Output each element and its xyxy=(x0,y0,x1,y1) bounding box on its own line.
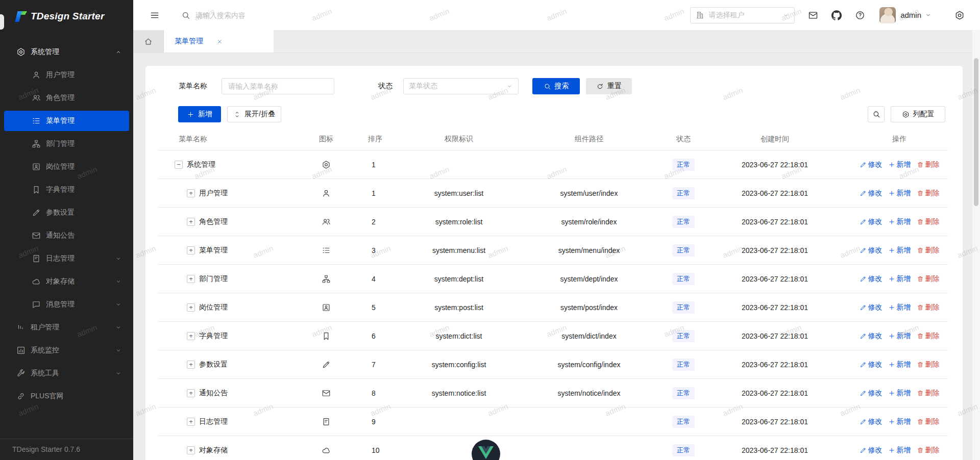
sidebar-item-系统工具[interactable]: 系统工具 xyxy=(4,363,129,384)
sidebar-item-参数设置[interactable]: 参数设置 xyxy=(4,202,129,223)
created-time-cell: 2023-06-27 22:18:01 xyxy=(699,418,851,426)
tenant-select[interactable]: 请选择租户 xyxy=(690,7,795,23)
delete-link[interactable]: 删除 xyxy=(917,246,940,255)
edit-link[interactable]: 修改 xyxy=(860,217,883,226)
delete-link[interactable]: 删除 xyxy=(917,389,940,398)
expand-row-icon[interactable]: + xyxy=(187,418,195,426)
delete-link[interactable]: 删除 xyxy=(917,217,940,226)
delete-link[interactable]: 删除 xyxy=(917,303,940,312)
delete-link[interactable]: 删除 xyxy=(917,417,940,426)
status-badge: 正常 xyxy=(672,416,695,428)
column-config-button[interactable]: 列配置 xyxy=(891,106,945,122)
add-child-link[interactable]: 新增 xyxy=(888,217,911,226)
delete-link[interactable]: 删除 xyxy=(917,360,940,369)
table-row: +部门管理4system:dept:listsystem/dept/index正… xyxy=(158,265,948,293)
tab-home[interactable] xyxy=(133,30,164,53)
user-menu[interactable]: admin xyxy=(879,7,932,23)
add-child-link[interactable]: 新增 xyxy=(888,160,911,169)
expand-row-icon[interactable]: + xyxy=(187,218,195,226)
add-child-link[interactable]: 新增 xyxy=(888,331,911,341)
edit-link[interactable]: 修改 xyxy=(860,360,883,369)
expand-row-icon[interactable]: + xyxy=(187,332,195,340)
expand-row-icon[interactable]: + xyxy=(187,389,195,397)
add-child-link[interactable]: 新增 xyxy=(888,417,911,426)
github-icon[interactable] xyxy=(831,10,842,20)
status-badge: 正常 xyxy=(672,159,695,171)
page-scrollbar[interactable] xyxy=(972,30,980,460)
edit-link[interactable]: 修改 xyxy=(860,274,883,284)
chevron-down-icon xyxy=(115,347,122,354)
add-child-link[interactable]: 新增 xyxy=(888,303,911,312)
sidebar-item-租户管理[interactable]: 租户管理 xyxy=(4,317,129,338)
add-child-link[interactable]: 新增 xyxy=(888,274,911,284)
sidebar-item-菜单管理[interactable]: 菜单管理 xyxy=(4,111,129,131)
sidebar-item-系统管理[interactable]: 系统管理 xyxy=(4,42,129,62)
add-button[interactable]: 新增 xyxy=(178,106,221,122)
sidebar-item-岗位管理[interactable]: 岗位管理 xyxy=(4,157,129,177)
expand-row-icon[interactable]: + xyxy=(187,275,195,283)
sidebar-item-消息管理[interactable]: 消息管理 xyxy=(4,294,129,315)
scrollbar-thumb[interactable] xyxy=(974,58,978,206)
permission-cell: system:notice:list xyxy=(408,389,510,397)
tab-menu-management[interactable]: 菜单管理 xyxy=(164,30,274,53)
sidebar-item-label: 部门管理 xyxy=(46,139,75,148)
delete-link[interactable]: 删除 xyxy=(917,446,940,455)
expand-row-icon[interactable]: + xyxy=(187,246,195,254)
sort-cell: 1 xyxy=(352,161,408,169)
edit-link[interactable]: 修改 xyxy=(860,303,883,312)
add-child-link[interactable]: 新增 xyxy=(888,246,911,255)
close-icon[interactable] xyxy=(216,38,223,45)
menu-name-cell: 通知公告 xyxy=(199,389,228,398)
add-child-link[interactable]: 新增 xyxy=(888,446,911,455)
sidebar-item-对象存储[interactable]: 对象存储 xyxy=(4,271,129,292)
edit-link[interactable]: 修改 xyxy=(860,246,883,255)
add-child-link[interactable]: 新增 xyxy=(888,389,911,398)
sidebar-item-角色管理[interactable]: 角色管理 xyxy=(4,88,129,108)
edit-link[interactable]: 修改 xyxy=(860,331,883,341)
menu-name-input[interactable] xyxy=(222,78,334,94)
delete-link[interactable]: 删除 xyxy=(917,160,940,169)
search-icon xyxy=(872,110,880,118)
expand-row-icon[interactable]: + xyxy=(187,446,195,454)
edit-link[interactable]: 修改 xyxy=(860,417,883,426)
sidebar-item-系统监控[interactable]: 系统监控 xyxy=(4,340,129,361)
search-button[interactable]: 搜索 xyxy=(532,78,580,94)
component-path-cell: system/dict/index xyxy=(510,332,668,340)
permission-cell: system:menu:list xyxy=(408,246,510,254)
sidebar-item-PLUS官网[interactable]: PLUS官网 xyxy=(4,386,129,406)
table-search-button[interactable] xyxy=(868,106,885,122)
edit-link[interactable]: 修改 xyxy=(860,160,883,169)
add-child-link[interactable]: 新增 xyxy=(888,189,911,198)
edit-link[interactable]: 修改 xyxy=(860,389,883,398)
menu-collapse-icon[interactable] xyxy=(150,10,160,20)
reset-button[interactable]: 重置 xyxy=(586,78,632,94)
expand-collapse-button[interactable]: 展开/折叠 xyxy=(227,106,281,122)
global-search-input[interactable] xyxy=(195,11,308,19)
sidebar-item-日志管理[interactable]: 日志管理 xyxy=(4,248,129,269)
chevron-down-icon xyxy=(115,370,122,377)
collapse-row-icon[interactable]: − xyxy=(175,161,183,169)
delete-link[interactable]: 删除 xyxy=(917,331,940,341)
settings-gear-icon[interactable] xyxy=(954,10,965,20)
sidebar-item-用户管理[interactable]: 用户管理 xyxy=(4,65,129,85)
menu-table: 菜单名称图标排序权限标识组件路径状态创建时间操作 −系统管理1正常2023-06… xyxy=(158,128,948,460)
expand-row-icon[interactable]: + xyxy=(187,361,195,369)
edit-icon xyxy=(860,361,867,368)
sidebar-item-字典管理[interactable]: 字典管理 xyxy=(4,180,129,200)
delete-link[interactable]: 删除 xyxy=(917,274,940,284)
expand-row-icon[interactable]: + xyxy=(187,303,195,312)
app-logo[interactable]: TDesign Starter xyxy=(0,0,133,33)
sidebar-item-部门管理[interactable]: 部门管理 xyxy=(4,134,129,154)
status-select[interactable]: 菜单状态 xyxy=(403,78,519,94)
edit-link[interactable]: 修改 xyxy=(860,446,883,455)
table-row: +参数设置7system:config:listsystem/config/in… xyxy=(158,350,948,379)
add-child-link[interactable]: 新增 xyxy=(888,360,911,369)
edit-icon xyxy=(860,247,867,254)
sidebar-item-label: 日志管理 xyxy=(46,254,75,263)
help-icon[interactable] xyxy=(855,10,865,20)
sidebar-item-通知公告[interactable]: 通知公告 xyxy=(4,225,129,246)
edit-link[interactable]: 修改 xyxy=(860,189,883,198)
mail-icon[interactable] xyxy=(808,10,818,20)
expand-row-icon[interactable]: + xyxy=(187,189,195,197)
delete-link[interactable]: 删除 xyxy=(917,189,940,198)
